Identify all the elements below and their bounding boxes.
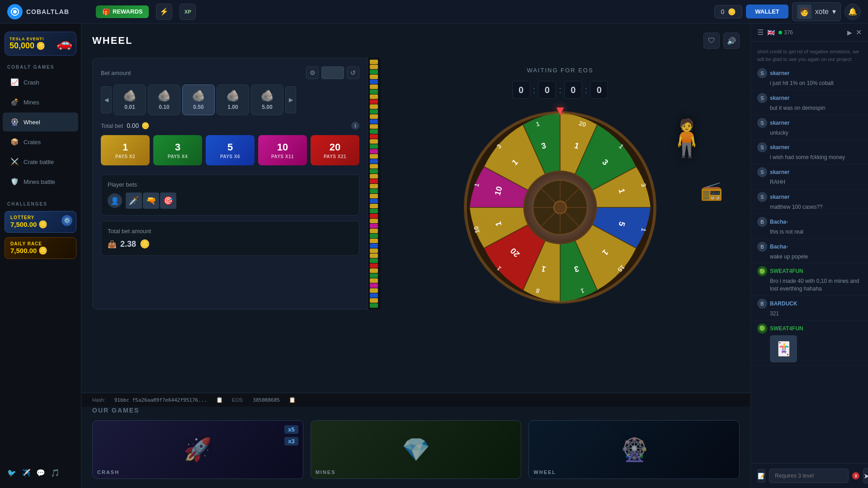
chat-input[interactable] (769, 469, 849, 483)
challenges-title: CHALLENGES (0, 196, 81, 209)
sidebar-label-crash: Crash (24, 79, 39, 86)
sidebar-item-crash[interactable]: 📈 Crash (3, 73, 78, 92)
strip-dot-yellow (370, 60, 378, 64)
chat-message: S skarner matthew 100 cases?? (751, 189, 868, 214)
refresh-icon[interactable]: ↺ (347, 66, 359, 79)
xp-button[interactable]: XP (179, 4, 196, 20)
mult-3-button[interactable]: 3 PAYS X4 (153, 135, 202, 165)
wallet-button[interactable]: WALLET (746, 5, 788, 19)
message-text: i just hit 1% on 10% cobalt (757, 80, 862, 87)
waiting-text: WAITING FOR EOS (527, 67, 593, 74)
game-card-mines[interactable]: 💎 MINES (311, 420, 522, 479)
tiktok-icon[interactable]: 🎵 (51, 469, 60, 477)
sound-icon[interactable]: 🔊 (723, 33, 740, 49)
svg-point-1 (13, 10, 17, 14)
chat-user-count: 376 (784, 29, 793, 36)
sidebar-label-crates: Crates (24, 139, 41, 145)
prev-coin-button[interactable]: ◀ (101, 86, 112, 113)
total-bet-value: 0.00 🪙 (127, 122, 149, 129)
countdown-d1: 0 (512, 81, 530, 99)
coin-btn-100[interactable]: 🪨 1.00 (217, 84, 249, 115)
logo-text: COBALTLAB (26, 8, 69, 15)
chat-message: 🟢 SWEAT4FUN 🃏 (751, 321, 868, 366)
chat-close-button[interactable]: ✕ (856, 28, 862, 37)
content-area: WHEEL 🛡 🔊 Bet amount ⚙ ↺ (81, 23, 750, 488)
game-card-crash[interactable]: 🚀 x5 x3 CRASH (92, 420, 303, 479)
lottery-amount: 7,500.00 (10, 221, 37, 228)
avatar: B (757, 299, 767, 309)
coin-btn-500[interactable]: 🪨 5.00 (251, 84, 283, 115)
bet-input[interactable] (321, 66, 344, 79)
chat-expand-button[interactable]: ▶ (847, 29, 852, 36)
username: skarner (770, 95, 789, 101)
username: Bacha- (770, 244, 788, 250)
info-icon[interactable]: ℹ (351, 122, 359, 130)
next-coin-button[interactable]: ▶ (285, 86, 296, 113)
logo-area: COBALTLAB (7, 4, 89, 19)
sidebar-item-mines[interactable]: 💣 Mines (3, 93, 78, 112)
shield-icon[interactable]: 🛡 (703, 33, 720, 49)
mult-5-button[interactable]: 5 PAYS X6 (206, 135, 255, 165)
message-text: Bro i made 40 with 0,10 in mines and los… (757, 277, 862, 293)
avatar: S (757, 93, 767, 103)
coin-btn-001[interactable]: 🪨 0.01 (113, 84, 146, 115)
daily-label: DAILY RACE (10, 241, 71, 246)
sidebar-item-crates[interactable]: 📦 Crates (3, 132, 78, 151)
sidebar-item-mines-battle[interactable]: 🛡️ Mines battle (3, 172, 78, 191)
wheel-header: WHEEL 🛡 🔊 (92, 33, 740, 49)
main-layout: TESLA EVENT! 50,000 🪙 🚗 COBALT GAMES 📈 C… (0, 23, 868, 488)
page-content: WHEEL 🛡 🔊 Bet amount ⚙ ↺ (81, 23, 750, 393)
chat-header: ☰ 🇬🇧 376 ▶ ✕ (751, 23, 868, 42)
message-text: this is not real (757, 228, 862, 236)
username-display: xote (815, 8, 829, 16)
message-text: matthew 100 cases?? (757, 203, 862, 211)
sidebar-item-wheel[interactable]: 🎡 Wheel (3, 113, 78, 131)
lightning-button[interactable]: ⚡ (156, 4, 172, 20)
sidebar-item-crate-battle[interactable]: ⚔️ Crate battle (3, 152, 78, 171)
svg-point-21 (554, 201, 566, 214)
game-card-wheel2[interactable]: 🎡 WHEEL (528, 420, 740, 479)
mult-20-button[interactable]: 20 PAYS X21 (311, 135, 359, 165)
bet-amount-header: Bet amount ⚙ ↺ (101, 66, 359, 79)
user-area[interactable]: 🧑 xote ▾ (792, 2, 841, 21)
character-figure: 🧍 (664, 117, 709, 160)
username: skarner (770, 194, 789, 200)
chat-messages: short credit to get rid of negative emot… (751, 42, 868, 463)
username: skarner (770, 120, 789, 126)
hash-bar: Hash: 91bbc f5a26aa09f7e6442f95176... 📋 … (81, 393, 750, 407)
hash-copy-button[interactable]: 📋 (216, 397, 223, 403)
promo-tesla-card[interactable]: TESLA EVENT! 50,000 🪙 🚗 (5, 32, 76, 56)
mult-10-button[interactable]: 10 PAYS X11 (258, 135, 307, 165)
player-avatar-placeholder: 👤 (108, 193, 122, 208)
message-text: RAHH (757, 178, 862, 186)
eos-copy-button[interactable]: 📋 (289, 397, 296, 403)
player-item-imgs: 🗡️ 🔫 🎯 (126, 192, 176, 209)
mines-label: MINES (316, 469, 336, 475)
rewards-button[interactable]: REWARDS (96, 5, 149, 18)
notifications-button[interactable]: 🔔 (844, 4, 861, 20)
topnav: COBALTLAB REWARDS ⚡ XP 0 🪙 WALLET 🧑 xote… (0, 0, 868, 23)
coin-btn-050[interactable]: 🪨 0.50 (182, 84, 215, 115)
telegram-icon[interactable]: ✈️ (22, 469, 31, 477)
chat-menu-icon[interactable]: ☰ (757, 28, 764, 37)
discord-icon[interactable]: 💬 (36, 469, 45, 477)
coin-btn-010[interactable]: 🪨 0.10 (148, 84, 180, 115)
challenge-lottery[interactable]: LOTTERY 7,500.00 🪙 ⚙️ (5, 211, 76, 233)
challenge-daily[interactable]: DAILY RACE 7,500.00 🪙 (5, 237, 76, 259)
avatar: S (757, 192, 767, 202)
avatar: 🧑 (797, 5, 811, 19)
send-button[interactable]: ➤ (863, 468, 868, 483)
flag-icon: 🇬🇧 (767, 29, 775, 36)
mult-1-button[interactable]: 1 PAYS X2 (101, 135, 150, 165)
player-item-1: 🗡️ (126, 192, 142, 209)
sidebar-label-crate-battle: Crate battle (24, 159, 54, 165)
eos-value: 385088685 (253, 397, 280, 403)
avatar: S (757, 118, 767, 128)
settings-icon: ⚙ (306, 66, 319, 79)
chat-message: S skarner but it was on demospin (751, 90, 868, 115)
twitter-icon[interactable]: 🐦 (7, 469, 16, 477)
total-bet-amount-label: Total bet amount (108, 228, 353, 235)
countdown-display: 0 : 0 : 0 : 0 (512, 81, 609, 99)
player-item-2: 🔫 (143, 192, 159, 209)
header-icons: 🛡 🔊 (703, 33, 740, 49)
